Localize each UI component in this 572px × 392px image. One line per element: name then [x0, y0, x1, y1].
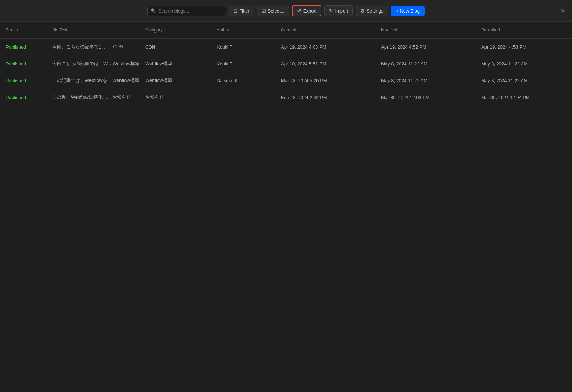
filter-label: Filter — [239, 8, 250, 14]
col-header-modified: Modified — [375, 25, 475, 35]
close-icon: ✕ — [561, 8, 565, 14]
cell-categorys: Webflow構築 — [139, 57, 211, 70]
export-icon: ↺ — [297, 8, 301, 14]
cell-modified: Mar 30, 2024 12:03 PM — [375, 90, 475, 104]
cell-status: Published — [0, 90, 46, 104]
sort-icon: ↓ — [298, 28, 300, 32]
close-button[interactable]: ✕ — [559, 7, 566, 14]
import-button[interactable]: ↻ Import — [324, 5, 353, 16]
settings-label: Settings — [366, 8, 383, 14]
cell-author: Daisuke K — [211, 74, 275, 87]
cell-categorys: CDN — [139, 40, 211, 54]
top-bar: 🔍 ⊟ Filter ☑ Select... ↺ Export ↻ Import… — [0, 0, 572, 22]
export-label: Export — [303, 8, 317, 14]
search-icon: 🔍 — [151, 8, 156, 13]
filter-icon: ⊟ — [233, 8, 237, 14]
settings-button[interactable]: ⚙ Settings — [356, 6, 388, 16]
table-row[interactable]: Published 今回、こちらの記事では、... CDN CDN Kouki … — [0, 39, 572, 55]
cell-published: May 8, 2024 11:22 AM — [475, 74, 572, 87]
col-header-status: Status — [0, 25, 46, 35]
cell-categorys: お知らせ — [139, 90, 211, 104]
search-container: 🔍 — [147, 6, 226, 16]
cell-author: - — [211, 90, 275, 104]
import-icon: ↻ — [329, 8, 333, 14]
table-row[interactable]: Published この記事では、Webflowを... Webflow構築 W… — [0, 72, 572, 89]
col-header-categorys: Categorys — [139, 25, 211, 35]
col-header-bio-text: Bio Text — [46, 25, 139, 35]
cell-created: Apr 10, 2024 5:51 PM — [275, 57, 375, 70]
cell-bio-text: この度、Webflowに特化し... お知らせ — [46, 90, 139, 104]
table-row[interactable]: Published 今回こちらの記事では、W... Webflow構築 Webf… — [0, 55, 572, 72]
cell-status: Published — [0, 74, 46, 87]
cell-author: Kouki T — [211, 57, 275, 70]
cell-modified: May 8, 2024 11:22 AM — [375, 57, 475, 70]
select-icon: ☑ — [262, 8, 266, 14]
cell-status: Published — [0, 57, 46, 70]
cell-published: Apr 19, 2024 4:53 PM — [475, 40, 572, 54]
filter-button[interactable]: ⊟ Filter — [229, 6, 254, 16]
table-header: Status Bio Text Categorys Author Created… — [0, 22, 572, 39]
new-blog-label: + New Blog — [396, 8, 420, 14]
search-input[interactable] — [147, 6, 226, 16]
table-body: Published 今回、こちらの記事では、... CDN CDN Kouki … — [0, 39, 572, 106]
select-button[interactable]: ☑ Select... — [257, 6, 289, 16]
cell-bio-text: 今回こちらの記事では、W... Webflow構築 — [46, 57, 139, 70]
cell-categorys: Webflow構築 — [139, 74, 211, 87]
import-label: Import — [335, 8, 348, 14]
cell-modified: May 8, 2024 11:22 AM — [375, 74, 475, 87]
settings-icon: ⚙ — [360, 8, 365, 14]
cell-bio-text: この記事では、Webflowを... Webflow構築 — [46, 74, 139, 87]
cell-created: Mar 28, 2024 5:20 PM — [275, 74, 375, 87]
select-label: Select... — [268, 8, 285, 14]
col-header-published: Published — [475, 25, 572, 35]
col-header-author: Author — [211, 25, 275, 35]
cell-modified: Apr 19, 2024 4:52 PM — [375, 40, 475, 54]
cell-author: Kouki T — [211, 40, 275, 54]
col-header-created[interactable]: Created ↓ — [275, 25, 375, 35]
new-blog-button[interactable]: + New Blog — [391, 6, 425, 16]
cell-published: Mar 30, 2024 12:04 PM — [475, 90, 572, 104]
export-button[interactable]: ↺ Export — [292, 5, 322, 16]
cell-status: Published — [0, 40, 46, 54]
cell-bio-text: 今回、こちらの記事では、... CDN — [46, 40, 139, 54]
cell-published: May 8, 2024 11:22 AM — [475, 57, 572, 70]
cell-created: Apr 19, 2024 4:03 PM — [275, 40, 375, 54]
table-row[interactable]: Published この度、Webflowに特化し... お知らせ お知らせ -… — [0, 89, 572, 106]
cell-created: Feb 28, 2024 2:42 PM — [275, 90, 375, 104]
